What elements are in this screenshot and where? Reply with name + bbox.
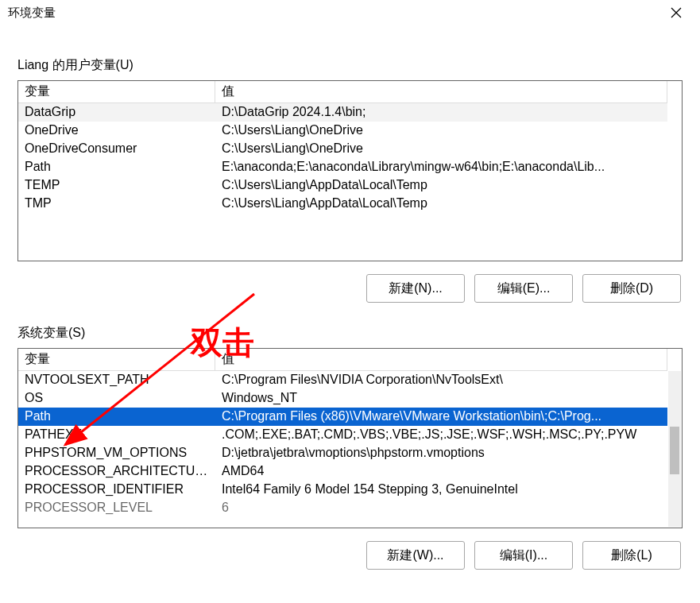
cell-val: C:\Users\Liang\OneDrive [215, 140, 667, 158]
cell-val: D:\jetbra\jetbra\vmoptions\phpstorm.vmop… [215, 444, 667, 462]
cell-var: TMP [18, 195, 215, 213]
table-row[interactable]: Path E:\anaconda;E:\anaconda\Library\min… [18, 158, 667, 176]
cell-val: Intel64 Family 6 Model 154 Stepping 3, G… [215, 481, 667, 499]
cell-var: DataGrip [18, 103, 215, 122]
cell-val: AMD64 [215, 462, 667, 481]
cell-var: PHPSTORM_VM_OPTIONS [18, 444, 215, 462]
cell-var: OneDriveConsumer [18, 140, 215, 158]
cell-val: C:\Program Files (x86)\VMware\VMware Wor… [215, 408, 667, 426]
cell-var: OneDrive [18, 122, 215, 140]
table-row[interactable]: Path C:\Program Files (x86)\VMware\VMwar… [18, 408, 667, 426]
table-row[interactable]: OS Windows_NT [18, 389, 667, 408]
cell-val: Windows_NT [215, 389, 667, 408]
sys-delete-button[interactable]: 删除(L) [582, 541, 681, 570]
cell-var: Path [18, 408, 215, 426]
user-col-var[interactable]: 变量 [18, 81, 215, 103]
table-row[interactable]: PHPSTORM_VM_OPTIONS D:\jetbra\jetbra\vmo… [18, 444, 667, 462]
content: Liang 的用户变量(U) 变量 值 DataGrip D:\DataGrip… [0, 25, 700, 570]
cell-var: NVTOOLSEXT_PATH [18, 371, 215, 389]
table-row[interactable]: TMP C:\Users\Liang\AppData\Local\Temp [18, 195, 667, 213]
cell-val: C:\Users\Liang\OneDrive [215, 122, 667, 140]
titlebar: 环境变量 [0, 0, 700, 25]
table-row[interactable]: PROCESSOR_IDENTIFIER Intel64 Family 6 Mo… [18, 481, 667, 499]
table-row[interactable]: PROCESSOR_LEVEL 6 [18, 499, 667, 517]
user-buttons: 新建(N)... 编辑(E)... 删除(D) [17, 274, 683, 303]
sys-edit-button[interactable]: 编辑(I)... [474, 541, 573, 570]
user-table-header: 变量 值 [18, 81, 667, 103]
sys-scrollbar[interactable] [668, 371, 681, 527]
close-icon [671, 7, 682, 18]
cell-var: PATHEXT [18, 426, 215, 444]
cell-val: .COM;.EXE;.BAT;.CMD;.VBS;.VBE;.JS;.JSE;.… [215, 426, 667, 444]
user-rows: DataGrip D:\DataGrip 2024.1.4\bin; OneDr… [18, 103, 667, 213]
cell-val: C:\Users\Liang\AppData\Local\Temp [215, 195, 667, 213]
table-row[interactable]: NVTOOLSEXT_PATH C:\Program Files\NVIDIA … [18, 371, 667, 389]
cell-var: OS [18, 389, 215, 408]
cell-var: PROCESSOR_ARCHITECTURE [18, 462, 215, 481]
cell-var: PROCESSOR_LEVEL [18, 499, 215, 517]
table-row[interactable]: TEMP C:\Users\Liang\AppData\Local\Temp [18, 176, 667, 195]
sys-col-val[interactable]: 值 [215, 349, 667, 371]
sys-table-header: 变量 值 [18, 349, 667, 371]
sys-buttons: 新建(W)... 编辑(I)... 删除(L) [17, 541, 683, 570]
cell-val: C:\Users\Liang\AppData\Local\Temp [215, 176, 667, 195]
user-edit-button[interactable]: 编辑(E)... [474, 274, 573, 303]
table-row[interactable]: DataGrip D:\DataGrip 2024.1.4\bin; [18, 103, 667, 122]
sys-vars-label: 系统变量(S) [17, 325, 683, 342]
cell-val: 6 [215, 499, 667, 517]
user-col-val[interactable]: 值 [215, 81, 667, 103]
table-row[interactable]: PATHEXT .COM;.EXE;.BAT;.CMD;.VBS;.VBE;.J… [18, 426, 667, 444]
user-new-button[interactable]: 新建(N)... [366, 274, 465, 303]
close-button[interactable] [660, 2, 692, 24]
cell-var: PROCESSOR_IDENTIFIER [18, 481, 215, 499]
sys-new-button[interactable]: 新建(W)... [366, 541, 465, 570]
table-row[interactable]: OneDrive C:\Users\Liang\OneDrive [18, 122, 667, 140]
window-title: 环境变量 [8, 6, 56, 21]
scrollbar-thumb[interactable] [670, 427, 679, 474]
cell-var: Path [18, 158, 215, 176]
cell-val: E:\anaconda;E:\anaconda\Library\mingw-w6… [215, 158, 667, 176]
cell-val: C:\Program Files\NVIDIA Corporation\NvTo… [215, 371, 667, 389]
cell-val: D:\DataGrip 2024.1.4\bin; [215, 103, 667, 122]
user-delete-button[interactable]: 删除(D) [582, 274, 681, 303]
sys-col-var[interactable]: 变量 [18, 349, 215, 371]
sys-rows: NVTOOLSEXT_PATH C:\Program Files\NVIDIA … [18, 371, 667, 517]
user-vars-table[interactable]: 变量 值 DataGrip D:\DataGrip 2024.1.4\bin; … [17, 80, 683, 261]
table-row[interactable]: OneDriveConsumer C:\Users\Liang\OneDrive [18, 140, 667, 158]
sys-vars-table[interactable]: 变量 值 NVTOOLSEXT_PATH C:\Program Files\NV… [17, 348, 683, 528]
user-vars-label: Liang 的用户变量(U) [17, 57, 683, 74]
table-row[interactable]: PROCESSOR_ARCHITECTURE AMD64 [18, 462, 667, 481]
cell-var: TEMP [18, 176, 215, 195]
